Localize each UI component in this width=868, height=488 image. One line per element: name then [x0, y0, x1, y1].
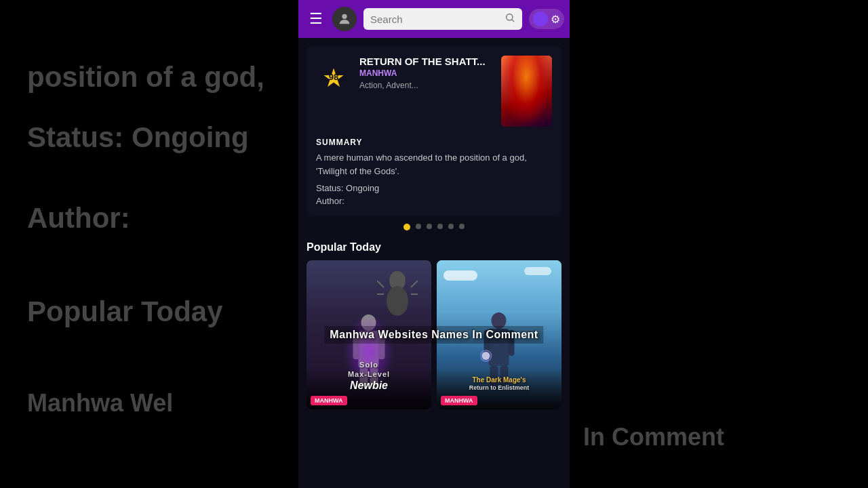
popular-today-title: Popular Today [307, 236, 561, 260]
right-background-overlay: In Comment [570, 0, 868, 488]
manhwa-badge-2: MANHWA [441, 396, 477, 405]
search-icon [505, 12, 515, 26]
svg-point-19 [482, 352, 490, 360]
featured-title: RETURN OF THE SHATT... [359, 56, 493, 67]
rating-number: 98 [329, 72, 338, 82]
cover-flames [501, 56, 552, 127]
summary-section: SUMMARY A mere human who ascended to the… [316, 135, 552, 206]
hamburger-button[interactable]: ☰ [307, 7, 326, 30]
left-background-overlay: position of a god, Status: Ongoing Autho… [0, 0, 298, 488]
carousel-dot-2[interactable] [416, 224, 421, 229]
manga-card-1[interactable]: Solo Max-Level Newbie MANHWA [307, 260, 431, 409]
svg-point-4 [387, 286, 408, 316]
carousel-dot-5[interactable] [448, 224, 454, 229]
avatar[interactable] [332, 7, 357, 31]
manhwa-badge-1: MANHWA [311, 396, 347, 405]
card2-title: The Dark Mage's Return to Enlistment [437, 376, 561, 392]
toggle-dot [533, 12, 548, 26]
popular-section: Popular Today Manhwa Websites Names In C… [298, 236, 570, 409]
featured-genre: Action, Advent... [359, 81, 493, 90]
status-text: Status: Ongoing [316, 183, 552, 193]
carousel-dot-6[interactable] [459, 224, 465, 229]
bg-text-line-6: Manhwa Wel [27, 386, 271, 420]
bg-right-text: In Comment [583, 420, 854, 454]
svg-line-2 [512, 20, 514, 22]
carousel-dot-1[interactable] [403, 224, 410, 230]
author-text: Author: [316, 196, 552, 206]
bg-text-line-4: Author: [27, 199, 271, 239]
featured-card[interactable]: ★ 98 RETURN OF THE SHATT... MANHWA Actio… [307, 46, 561, 216]
settings-toggle[interactable]: ⚙ [529, 9, 564, 29]
svg-rect-16 [489, 329, 509, 366]
summary-label: SUMMARY [316, 138, 552, 147]
search-bar[interactable] [363, 8, 522, 30]
app-panel: ☰ ⚙ ★ [298, 0, 570, 488]
carousel-dot-4[interactable] [437, 224, 443, 229]
bg-text-line-5: Popular Today [27, 292, 271, 332]
summary-text: A mere human who ascended to the positio… [316, 151, 552, 178]
featured-cover [501, 56, 552, 127]
manga-card-2[interactable]: The Dark Mage's Return to Enlistment MAN… [437, 260, 561, 409]
svg-point-0 [342, 14, 347, 19]
card1-title: Solo Max-Level Newbie [307, 361, 431, 392]
bg-text-line-2: Status: Ongoing [27, 118, 271, 158]
search-input[interactable] [370, 14, 499, 25]
featured-info: RETURN OF THE SHATT... MANHWA Action, Ad… [359, 56, 493, 127]
rating-badge: ★ 98 [316, 56, 351, 91]
popular-grid: Solo Max-Level Newbie MANHWA [307, 260, 561, 409]
carousel-dot-3[interactable] [427, 224, 432, 229]
content-area: ★ 98 RETURN OF THE SHATT... MANHWA Actio… [298, 38, 570, 488]
svg-rect-18 [509, 330, 515, 356]
svg-point-1 [507, 14, 513, 20]
navbar: ☰ ⚙ [298, 0, 570, 38]
svg-point-15 [492, 312, 507, 329]
gear-icon: ⚙ [551, 13, 560, 26]
featured-type: MANHWA [359, 68, 493, 78]
carousel-dots [298, 216, 570, 236]
svg-line-7 [411, 281, 418, 287]
svg-line-5 [377, 281, 384, 287]
featured-top: ★ 98 RETURN OF THE SHATT... MANHWA Actio… [316, 56, 552, 127]
bg-text-line-1: position of a god, [27, 58, 271, 98]
